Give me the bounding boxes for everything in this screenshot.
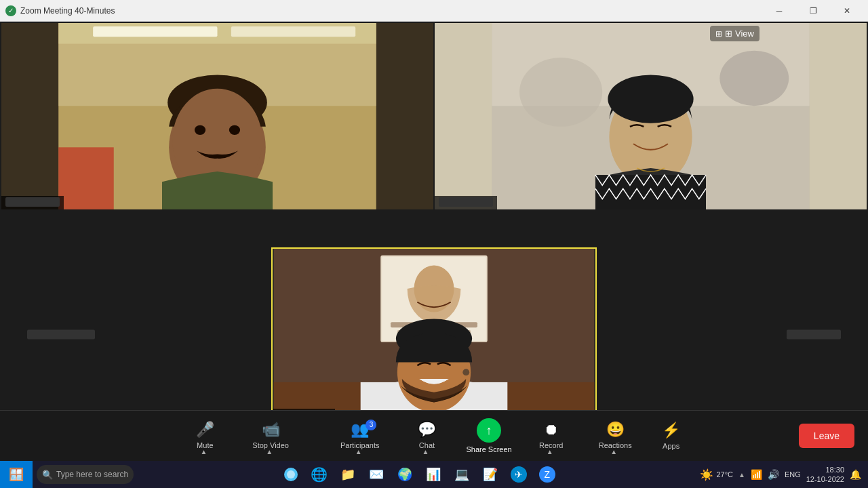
- close-button[interactable]: ✕: [831, 0, 863, 22]
- svg-rect-3: [93, 26, 217, 37]
- taskbar-icon-mail[interactable]: ✉️: [363, 461, 390, 488]
- share-screen-button[interactable]: ↑ Share Screen: [458, 414, 519, 458]
- record-icon: ⏺: [544, 421, 559, 439]
- mute-button-group[interactable]: 🎤 Mute ▲: [176, 413, 233, 460]
- record-button[interactable]: ⏺ Record: [531, 417, 572, 453]
- mic-icon: 🎤: [196, 421, 214, 439]
- time-display: 18:30: [806, 465, 844, 474]
- taskbar-icon-cortana[interactable]: [277, 461, 304, 488]
- search-bar-container[interactable]: 🔍 Type here to search: [37, 465, 134, 484]
- title-bar-controls: ─ ❐ ✕: [764, 0, 863, 22]
- participant-2-name-text: [439, 197, 493, 207]
- svg-point-16: [719, 51, 789, 106]
- svg-point-9: [229, 125, 240, 135]
- search-placeholder: Type here to search: [56, 470, 128, 479]
- weather-icon: ☀️: [700, 468, 713, 481]
- taskbar-icon-settings[interactable]: 💻: [448, 461, 475, 488]
- left-side-label: [27, 329, 95, 341]
- right-side-label: [787, 329, 841, 341]
- participant-1-name: [1, 196, 64, 209]
- taskbar-icon-notes[interactable]: 📝: [477, 461, 504, 488]
- chat-label: Chat: [419, 441, 435, 449]
- svg-point-31: [462, 369, 469, 375]
- volume-icon: 🔊: [768, 469, 779, 480]
- clock[interactable]: 18:30 12-10-2022: [806, 465, 844, 485]
- participant-1-name-text: [5, 197, 60, 207]
- network-icon: 📶: [751, 469, 762, 480]
- search-icon: 🔍: [42, 470, 53, 480]
- taskbar-icon-edge[interactable]: 🌐: [306, 461, 333, 488]
- active-speaker-tile: [271, 247, 597, 424]
- view-label: ⊞ View: [725, 28, 754, 39]
- taskbar-icon-telegram[interactable]: ✈: [505, 461, 532, 488]
- language-indicator: ENG: [785, 470, 801, 479]
- chat-icon: 💬: [418, 421, 436, 439]
- participants-button-group[interactable]: 👥 3 Participants ▲: [324, 413, 395, 460]
- leave-button[interactable]: Leave: [799, 424, 854, 448]
- svg-rect-10: [162, 182, 273, 209]
- taskbar-right: ☀️ 27°C ▲ 📶 🔊 ENG 18:30 12-10-2022 🔔: [700, 465, 868, 485]
- stop-video-button-group[interactable]: 📹 Stop Video ▲: [236, 413, 305, 460]
- svg-point-8: [195, 125, 205, 135]
- reactions-icon: 😀: [606, 421, 625, 439]
- chat-button-group[interactable]: 💬 Chat ▲: [398, 413, 455, 460]
- share-screen-label: Share Screen: [466, 445, 511, 453]
- reactions-button[interactable]: 😀 Reactions: [591, 417, 640, 453]
- participant-2-video: [435, 23, 867, 209]
- title-bar: ✓ Zoom Meeting 40-Minutes ─ ❐ ✕: [0, 0, 868, 22]
- participant-tile-1: [1, 23, 433, 209]
- taskbar-icon-zoom[interactable]: Z: [534, 461, 561, 488]
- tray-expand-icon[interactable]: ▲: [738, 471, 745, 479]
- system-tray: ☀️ 27°C: [700, 468, 733, 481]
- apps-icon: ⚡: [662, 422, 680, 439]
- start-button[interactable]: 🪟: [0, 461, 33, 488]
- windows-icon: 🪟: [9, 467, 24, 482]
- reactions-button-group[interactable]: 😀 Reactions ▲: [583, 413, 648, 460]
- participant-1-video: [1, 23, 433, 209]
- svg-point-18: [608, 75, 693, 123]
- svg-rect-4: [231, 26, 355, 37]
- stop-video-label: Stop Video: [252, 441, 289, 449]
- notification-icon[interactable]: 🔔: [850, 469, 861, 480]
- taskbar-icon-files[interactable]: 📁: [334, 461, 361, 488]
- temperature: 27°C: [716, 470, 733, 479]
- participants-label: Participants: [340, 441, 379, 449]
- mute-label: Mute: [197, 441, 213, 449]
- window-title: Zoom Meeting 40-Minutes: [20, 6, 115, 16]
- participants-count-badge: 3: [366, 420, 376, 430]
- taskbar-icon-maps[interactable]: 🌍: [391, 461, 418, 488]
- stop-video-button[interactable]: 📹 Stop Video: [244, 417, 297, 453]
- active-speaker-video: [273, 249, 595, 422]
- camera-icon: 📹: [262, 421, 280, 439]
- reactions-label: Reactions: [599, 441, 632, 449]
- view-button[interactable]: ⊞ ⊞ View: [710, 26, 760, 41]
- participants-button[interactable]: 👥 3 Participants: [332, 417, 387, 453]
- taskbar: 🪟 🔍 Type here to search 🌐 📁 ✉️ 🌍 📊 💻 📝 ✈…: [0, 461, 868, 488]
- record-label: Record: [539, 441, 563, 449]
- title-bar-left: ✓ Zoom Meeting 40-Minutes: [5, 5, 115, 16]
- taskbar-icon-spreadsheet[interactable]: 📊: [420, 461, 447, 488]
- participant-2-name: [435, 196, 497, 209]
- apps-button[interactable]: ⚡ Apps: [651, 418, 692, 454]
- mute-button[interactable]: 🎤 Mute: [184, 417, 225, 453]
- taskbar-icons: 🌐 📁 ✉️ 🌍 📊 💻 📝 ✈ Z: [138, 461, 700, 488]
- apps-label: Apps: [663, 442, 679, 450]
- meeting-area: ⊞ ⊞ View: [0, 22, 868, 461]
- grid-icon: ⊞: [715, 29, 722, 39]
- date-display: 12-10-2022: [806, 474, 844, 484]
- svg-rect-11: [58, 147, 113, 209]
- video-grid-top: [0, 23, 868, 209]
- zoom-shield-icon: ✓: [5, 5, 16, 16]
- minimize-button[interactable]: ─: [764, 0, 795, 22]
- restore-button[interactable]: ❐: [797, 0, 829, 22]
- svg-point-15: [519, 58, 602, 127]
- chat-button[interactable]: 💬 Chat: [406, 417, 447, 453]
- toolbar: 🎤 Mute ▲ 📹 Stop Video ▲ 👥 3 Participants…: [0, 410, 868, 461]
- record-button-group[interactable]: ⏺ Record ▲: [523, 413, 580, 460]
- participant-tile-2: [435, 23, 867, 209]
- share-screen-icon: ↑: [477, 418, 501, 443]
